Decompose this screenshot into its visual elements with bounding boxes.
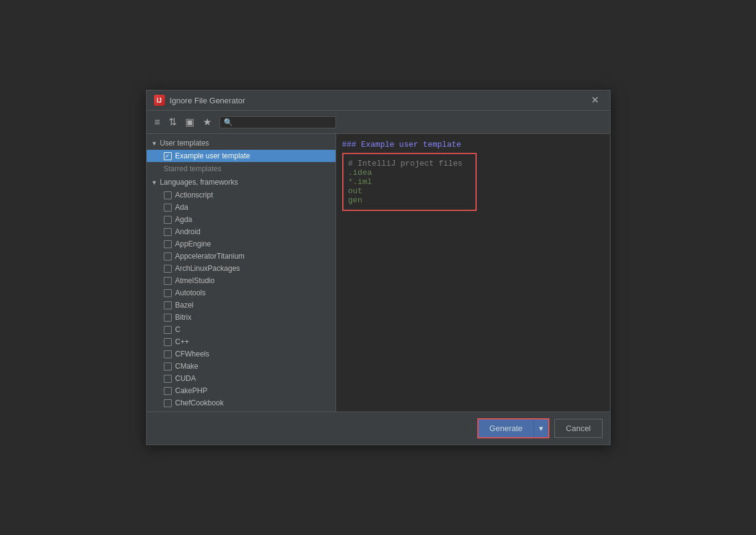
tree-item-atmelstudio[interactable]: AtmelStudio: [147, 275, 336, 287]
section-header-languages[interactable]: ▼ Languages, frameworks: [147, 175, 336, 189]
preview-line-2: .idea: [348, 168, 471, 177]
preview-line-5: gen: [348, 196, 471, 205]
checkbox-example-user-template[interactable]: ✓: [164, 152, 172, 160]
left-panel: ▼ User templates ✓ Example user template…: [147, 134, 336, 411]
title-bar: IJ Ignore File Generator ✕: [147, 90, 610, 111]
tree-item-archlinuxpackages[interactable]: ArchLinuxPackages: [147, 262, 336, 275]
item-label-archlinuxpackages: ArchLinuxPackages: [175, 264, 240, 273]
generate-button[interactable]: Generate: [479, 419, 534, 437]
starred-templates-label: Starred templates: [147, 162, 336, 175]
checkbox-cuda[interactable]: [164, 375, 172, 383]
item-label-cakephp: CakePHP: [175, 386, 208, 395]
preview-block: # IntelliJ project files .idea *.iml out…: [342, 153, 477, 211]
checkbox-atmelstudio[interactable]: [164, 277, 172, 285]
tree-item-autotools[interactable]: Autotools: [147, 287, 336, 299]
item-label-cmake: CMake: [175, 362, 199, 371]
search-wrapper: 🔍: [219, 116, 336, 128]
checkbox-cmake[interactable]: [164, 363, 172, 371]
item-label-chefcookbook: ChefCookbook: [175, 399, 224, 407]
checkbox-appceleratortitanium[interactable]: [164, 253, 172, 260]
search-input[interactable]: [234, 118, 332, 127]
checkbox-android[interactable]: [164, 228, 172, 236]
tree-item-chefcookbook[interactable]: ChefCookbook: [147, 397, 336, 409]
generate-dropdown-button[interactable]: ▾: [534, 419, 548, 437]
search-icon: 🔍: [224, 118, 233, 127]
item-label-appengine: AppEngine: [175, 240, 211, 248]
tree-item-bazel[interactable]: Bazel: [147, 299, 336, 311]
section-label-user-templates: User templates: [160, 139, 209, 147]
item-label-autotools: Autotools: [175, 289, 206, 297]
checkbox-archlinuxpackages[interactable]: [164, 265, 172, 273]
chevron-down-icon-2: ▼: [152, 179, 158, 186]
item-label-appceleratortitanium: AppceleratorTitanium: [175, 252, 245, 260]
tree-item-ada[interactable]: Ada: [147, 201, 336, 213]
item-label-cpp: C++: [175, 338, 189, 346]
select-all-button[interactable]: ▣: [182, 114, 197, 130]
right-panel: ### Example user template # IntelliJ pro…: [336, 134, 610, 411]
tree-item-android[interactable]: Android: [147, 226, 336, 238]
preview-line-4: out: [348, 186, 471, 196]
tree-item-example-user-template[interactable]: ✓ Example user template: [147, 150, 336, 162]
item-label-example-user-template: Example user template: [175, 152, 251, 160]
checkbox-cakephp[interactable]: [164, 387, 172, 395]
checkbox-actionscript[interactable]: [164, 191, 172, 199]
tree-item-cakephp[interactable]: CakePHP: [147, 385, 336, 397]
tree-item-cpp[interactable]: C++: [147, 336, 336, 348]
star-icon: ★: [203, 117, 211, 127]
item-label-bitrix: Bitrix: [175, 313, 192, 322]
cancel-button[interactable]: Cancel: [554, 419, 602, 438]
preview-header: ### Example user template: [342, 140, 604, 149]
checkbox-agda[interactable]: [164, 216, 172, 224]
tree-item-appceleratortitanium[interactable]: AppceleratorTitanium: [147, 250, 336, 262]
tree-item-cmake[interactable]: CMake: [147, 360, 336, 372]
checkbox-autotools[interactable]: [164, 289, 172, 297]
tree-item-agda[interactable]: Agda: [147, 213, 336, 226]
checkbox-appengine[interactable]: [164, 240, 172, 248]
tree-item-appengine[interactable]: AppEngine: [147, 238, 336, 250]
tree-item-c[interactable]: C: [147, 323, 336, 336]
expand-collapse-icon: ⇅: [169, 117, 177, 127]
expand-collapse-button[interactable]: ⇅: [166, 114, 180, 130]
section-label-languages: Languages, frameworks: [160, 178, 238, 186]
preview-line-3: *.iml: [348, 177, 471, 186]
tree-item-cfwheels[interactable]: CFWheels: [147, 348, 336, 360]
item-label-android: Android: [175, 227, 200, 236]
checkbox-ada[interactable]: [164, 204, 172, 212]
tree-item-bitrix[interactable]: Bitrix: [147, 311, 336, 323]
item-label-bazel: Bazel: [175, 301, 194, 309]
item-label-actionscript: Actionscript: [175, 191, 213, 199]
bottom-bar: Generate ▾ Cancel: [147, 411, 610, 445]
item-label-ada: Ada: [175, 203, 188, 212]
preview-line-1: # IntelliJ project files: [348, 159, 471, 168]
checkbox-chefcookbook[interactable]: [164, 399, 172, 407]
item-label-atmelstudio: AtmelStudio: [175, 276, 215, 285]
close-button[interactable]: ✕: [587, 94, 603, 106]
checkbox-bazel[interactable]: [164, 301, 172, 309]
dialog-title: Ignore File Generator: [170, 96, 246, 105]
collapse-all-button[interactable]: ≡: [152, 115, 163, 130]
dialog: IJ Ignore File Generator ✕ ≡ ⇅ ▣ ★ 🔍 ▼: [146, 90, 611, 445]
app-icon: IJ: [154, 95, 165, 106]
generate-dropdown-icon: ▾: [539, 424, 543, 433]
title-bar-left: IJ Ignore File Generator: [154, 95, 246, 106]
item-label-c: C: [175, 325, 181, 334]
chevron-down-icon: ▼: [152, 140, 158, 147]
section-header-user-templates[interactable]: ▼ User templates: [147, 136, 336, 150]
select-all-icon: ▣: [185, 117, 194, 127]
item-label-agda: Agda: [175, 215, 193, 224]
item-label-cfwheels: CFWheels: [175, 350, 210, 358]
checkbox-cfwheels[interactable]: [164, 350, 172, 358]
checkbox-c[interactable]: [164, 326, 172, 334]
tree-item-actionscript[interactable]: Actionscript: [147, 189, 336, 201]
tree-item-cuda[interactable]: CUDA: [147, 372, 336, 385]
generate-button-wrapper: Generate ▾: [477, 418, 549, 438]
star-button[interactable]: ★: [200, 114, 215, 130]
collapse-all-icon: ≡: [155, 117, 160, 127]
item-label-cuda: CUDA: [175, 374, 196, 383]
content-area: ▼ User templates ✓ Example user template…: [147, 134, 610, 411]
toolbar: ≡ ⇅ ▣ ★ 🔍: [147, 111, 610, 134]
checkbox-bitrix[interactable]: [164, 314, 172, 322]
checkbox-cpp[interactable]: [164, 338, 172, 346]
